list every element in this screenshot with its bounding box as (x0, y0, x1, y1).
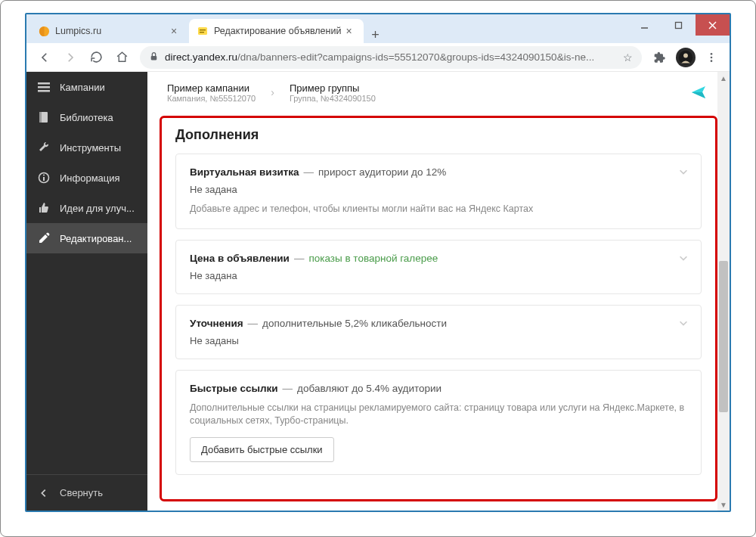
tab-strip: Lumpics.ru × Редактирование объявлений ×… (26, 14, 730, 43)
card-suffix: дополнительные 5,2% кликабельности (262, 318, 447, 329)
pencil-icon (37, 232, 51, 244)
svg-rect-18 (39, 112, 42, 123)
card-sitelinks[interactable]: Быстрые ссылки — добавляют до 5.4% аудит… (175, 370, 702, 475)
breadcrumb-campaign-sub: Кампания, №55512070 (167, 94, 256, 103)
thumbs-up-icon (37, 202, 51, 214)
breadcrumb-group-sub: Группа, №4324090150 (290, 94, 376, 103)
sidebar-item-ideas[interactable]: Идеи для улуч... (26, 193, 147, 223)
svg-point-13 (711, 60, 713, 62)
collapse-label: Свернуть (60, 487, 103, 498)
extensions-section: Дополнения Виртуальная визитка — прирост… (160, 116, 717, 501)
tab-title-2: Редактирование объявлений (214, 26, 341, 36)
browser-tab-1[interactable]: Lumpics.ru × (30, 19, 189, 43)
sidebar-label: Кампании (60, 82, 105, 93)
svg-rect-7 (200, 32, 204, 33)
svg-point-11 (711, 53, 713, 55)
card-suffix: прирост аудитории до 12% (318, 166, 446, 178)
svg-rect-8 (151, 55, 157, 59)
card-status: Не заданы (190, 335, 687, 346)
svg-point-12 (711, 56, 713, 58)
scroll-thumb[interactable] (719, 261, 728, 412)
sidebar-item-tools[interactable]: Инструменты (26, 132, 147, 163)
section-title: Дополнения (175, 127, 702, 143)
card-dash: — (248, 318, 259, 329)
tab-favicon-1 (38, 25, 50, 37)
address-bar: direct.yandex.ru/dna/banners-edit?campai… (26, 43, 730, 72)
chevron-down-icon (678, 318, 689, 331)
bookmark-star-icon[interactable]: ☆ (623, 51, 633, 64)
url-host: direct.yandex.ru (165, 51, 237, 63)
tab-close-2[interactable]: × (345, 25, 356, 37)
card-status: Не задана (190, 184, 687, 195)
svg-rect-14 (38, 82, 50, 85)
omnibox[interactable]: direct.yandex.ru/dna/banners-edit?campai… (140, 46, 642, 69)
window-maximize[interactable] (662, 14, 696, 36)
sidebar-item-info[interactable]: Информация (26, 163, 147, 193)
sidebar-label: Идеи для улуч... (60, 203, 135, 214)
back-button[interactable] (33, 45, 57, 70)
svg-point-10 (683, 53, 688, 57)
breadcrumb-campaign[interactable]: Пример кампании Кампания, №55512070 (167, 82, 256, 103)
browser-tab-2[interactable]: Редактирование объявлений × (189, 19, 364, 43)
tab-favicon-2 (197, 25, 209, 37)
menu-button[interactable] (699, 45, 723, 70)
card-vcard[interactable]: Виртуальная визитка — прирост аудитории … (175, 154, 702, 229)
card-status: Не задана (190, 270, 687, 281)
svg-point-21 (43, 175, 45, 176)
chevron-left-icon (37, 488, 51, 498)
sidebar: Кампании Библиотека Инструменты Информац… (26, 72, 147, 511)
extensions-button[interactable] (648, 45, 672, 70)
scrollbar[interactable]: ▲ ▼ (717, 72, 730, 511)
sidebar-item-library[interactable]: Библиотека (26, 102, 147, 132)
card-suffix: добавляют до 5.4% аудитории (297, 383, 442, 394)
breadcrumb: Пример кампании Кампания, №55512070 › Пр… (147, 72, 730, 113)
chevron-down-icon (678, 166, 689, 180)
sidebar-label: Информация (60, 172, 120, 184)
svg-rect-15 (38, 86, 50, 88)
card-title: Виртуальная визитка (190, 166, 299, 178)
main-content: Пример кампании Кампания, №55512070 › Пр… (147, 72, 730, 511)
info-icon (37, 172, 51, 184)
card-title: Уточнения (190, 318, 243, 329)
svg-rect-1 (676, 22, 682, 28)
tab-title-1: Lumpics.ru (55, 26, 166, 36)
scroll-down-icon[interactable]: ▼ (717, 498, 730, 511)
svg-rect-5 (198, 27, 207, 35)
window-minimize[interactable] (627, 14, 662, 36)
card-title: Цена в объявлении (190, 253, 290, 264)
breadcrumb-group[interactable]: Пример группы Группа, №4324090150 (290, 82, 376, 103)
wrench-icon (37, 141, 51, 154)
home-button[interactable] (110, 45, 134, 70)
card-title: Быстрые ссылки (190, 383, 278, 394)
forward-button[interactable] (58, 45, 82, 70)
add-sitelinks-button[interactable]: Добавить быстрые ссылки (190, 437, 334, 462)
chevron-down-icon (678, 253, 689, 266)
card-desc: Добавьте адрес и телефон, чтобы клиенты … (190, 203, 687, 216)
new-tab-button[interactable]: + (364, 27, 386, 43)
breadcrumb-campaign-title: Пример кампании (167, 82, 256, 94)
send-button[interactable] (687, 81, 710, 104)
book-icon (37, 111, 51, 123)
card-dash: — (304, 166, 314, 178)
profile-avatar[interactable] (674, 45, 698, 70)
sidebar-item-campaigns[interactable]: Кампании (26, 72, 147, 102)
sidebar-label: Редактирован... (60, 233, 132, 244)
svg-rect-16 (38, 90, 50, 92)
card-dash: — (283, 383, 293, 394)
card-desc: Дополнительные ссылки на страницы реклам… (190, 402, 687, 428)
sidebar-collapse[interactable]: Свернуть (26, 474, 147, 511)
reload-button[interactable] (84, 45, 108, 70)
list-icon (37, 81, 51, 93)
sidebar-label: Инструменты (60, 142, 121, 154)
url-path: /dna/banners-edit?campaigns-ids=55512070… (237, 51, 594, 63)
sidebar-item-edit[interactable]: Редактирован... (26, 223, 147, 253)
scroll-up-icon[interactable]: ▲ (717, 72, 730, 84)
sidebar-label: Библиотека (60, 112, 113, 123)
card-price[interactable]: Цена в объявлении — показы в товарной га… (175, 240, 702, 294)
breadcrumb-group-title: Пример группы (290, 82, 376, 94)
card-callouts[interactable]: Уточнения — дополнительные 5,2% кликабел… (175, 305, 702, 359)
tab-close-1[interactable]: × (171, 25, 181, 37)
window-close[interactable] (696, 14, 730, 36)
lock-icon (149, 51, 159, 64)
svg-rect-6 (200, 29, 206, 30)
